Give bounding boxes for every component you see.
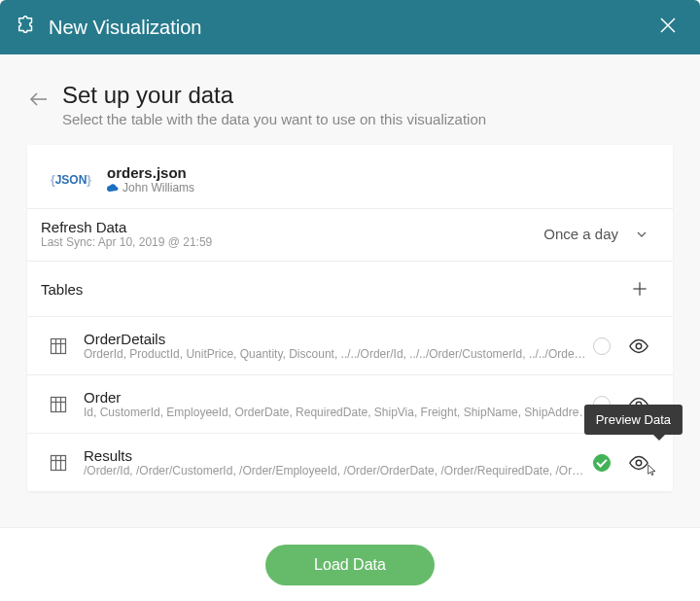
svg-rect-15	[52, 455, 66, 470]
datasource-owner-name: John Williams	[122, 181, 194, 194]
datasource-row: JSON orders.json John Williams	[27, 145, 673, 209]
refresh-row[interactable]: Refresh Data Last Sync: Apr 10, 2019 @ 2…	[27, 209, 673, 262]
table-icon	[49, 453, 68, 473]
heading-title: Set up your data	[62, 82, 486, 109]
svg-point-19	[636, 460, 642, 466]
table-columns: Id, CustomerId, EmployeeId, OrderDate, R…	[84, 406, 593, 419]
select-radio[interactable]	[593, 454, 611, 472]
table-name: Order	[84, 389, 593, 406]
refresh-title: Refresh Data	[41, 219, 543, 235]
table-row[interactable]: OrderDetails OrderId, ProductId, UnitPri…	[27, 316, 673, 374]
titlebar: New Visualization	[0, 0, 700, 54]
back-button[interactable]	[27, 82, 54, 115]
refresh-frequency-dropdown[interactable]: Once a day	[543, 226, 649, 242]
json-badge: JSON	[51, 173, 91, 187]
select-radio[interactable]	[593, 337, 611, 355]
setup-card: JSON orders.json John Williams Refresh D…	[27, 145, 673, 491]
heading-subtitle: Select the table with the data you want …	[62, 111, 486, 127]
load-data-button[interactable]: Load Data	[265, 545, 435, 585]
svg-rect-10	[52, 397, 66, 411]
puzzle-icon	[16, 15, 37, 40]
cloud-icon	[107, 182, 119, 194]
table-columns: /Order/Id, /Order/CustomerId, /Order/Emp…	[84, 464, 593, 477]
preview-icon[interactable]	[628, 452, 649, 474]
close-button[interactable]	[651, 9, 684, 46]
table-icon	[49, 395, 68, 414]
refresh-last-sync: Last Sync: Apr 10, 2019 @ 21:59	[41, 235, 543, 249]
footer: Load Data	[0, 527, 700, 601]
preview-tooltip: Preview Data	[584, 405, 682, 435]
page-title: New Visualization	[49, 17, 651, 39]
svg-point-9	[636, 343, 642, 349]
preview-icon[interactable]	[628, 336, 649, 357]
datasource-owner: John Williams	[107, 181, 194, 194]
table-name: Results	[84, 447, 593, 464]
table-columns: OrderId, ProductId, UnitPrice, Quantity,…	[84, 347, 593, 361]
add-table-button[interactable]	[630, 279, 649, 299]
table-row[interactable]: Order Id, CustomerId, EmployeeId, OrderD…	[27, 374, 673, 433]
tables-section-header: Tables	[27, 262, 673, 316]
refresh-frequency-label: Once a day	[543, 226, 618, 242]
tables-label: Tables	[41, 281, 630, 298]
chevron-down-icon	[634, 227, 649, 242]
table-name: OrderDetails	[84, 331, 593, 347]
datasource-filename: orders.json	[107, 164, 194, 181]
table-icon	[49, 336, 68, 356]
svg-rect-5	[52, 338, 66, 353]
table-row[interactable]: Results /Order/Id, /Order/CustomerId, /O…	[27, 433, 673, 491]
